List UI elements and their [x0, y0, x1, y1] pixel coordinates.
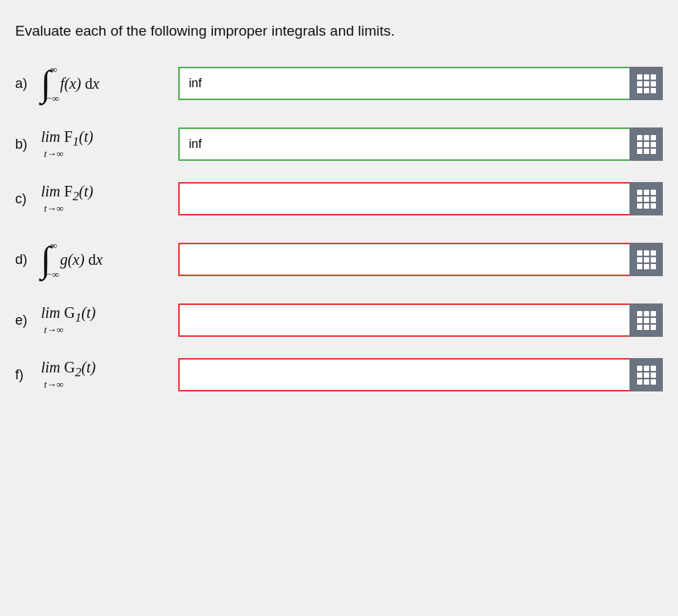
expr-f: lim G2(t) t→∞	[38, 359, 178, 391]
problem-row-f: f) lim G2(t) t→∞	[15, 358, 663, 391]
integral-a: ∫ ∞ −∞	[41, 61, 51, 106]
grid-button-f[interactable]	[629, 358, 663, 391]
expr-d: ∫ ∞ −∞ g(x) dx	[38, 237, 178, 282]
integral-upper-a: ∞	[50, 65, 57, 74]
answer-box-e	[178, 303, 663, 337]
answer-box-b	[178, 127, 663, 161]
grid-button-c[interactable]	[629, 182, 663, 215]
integral-sign-d: ∫ ∞ −∞	[41, 243, 51, 275]
page-title: Evaluate each of the following improper …	[15, 23, 663, 39]
lim-expr-f: lim G2(t) t→∞	[41, 359, 96, 391]
expr-b: lim F1(t) t→∞	[38, 128, 178, 160]
answer-input-b[interactable]	[178, 127, 629, 161]
lim-main-e: lim G1(t)	[41, 304, 96, 325]
lim-main-c: lim F2(t)	[41, 183, 93, 204]
lim-expr-e: lim G1(t) t→∞	[41, 304, 96, 336]
grid-icon-a	[637, 74, 656, 93]
grid-button-b[interactable]	[629, 127, 663, 161]
label-d: d)	[15, 252, 38, 268]
answer-input-a[interactable]	[178, 67, 629, 100]
integral-d: ∫ ∞ −∞	[41, 237, 51, 282]
label-c: c)	[15, 191, 38, 207]
expr-e: lim G1(t) t→∞	[38, 304, 178, 336]
answer-box-d	[178, 243, 663, 276]
problem-row-b: b) lim F1(t) t→∞	[15, 127, 663, 161]
grid-button-e[interactable]	[629, 303, 663, 337]
problem-row-c: c) lim F2(t) t→∞	[15, 182, 663, 215]
lim-main-b: lim F1(t)	[41, 128, 93, 149]
label-e: e)	[15, 313, 38, 328]
lim-sub-e: t→∞	[44, 324, 64, 336]
integral-sign-a: ∫ ∞ −∞	[41, 67, 51, 99]
answer-input-e[interactable]	[178, 303, 629, 337]
grid-icon-e	[637, 311, 656, 330]
grid-icon-c	[637, 190, 656, 209]
expr-a: ∫ ∞ −∞ f(x) dx	[38, 61, 178, 106]
integral-lower-d: −∞	[46, 270, 59, 279]
grid-icon-d	[637, 250, 656, 269]
integrand-a: f(x) dx	[60, 75, 99, 93]
answer-input-f[interactable]	[178, 358, 629, 391]
grid-icon-f	[637, 366, 656, 385]
lim-expr-c: lim F2(t) t→∞	[41, 183, 93, 215]
lim-sub-f: t→∞	[44, 379, 64, 391]
problem-row-a: a) ∫ ∞ −∞ f(x) dx	[15, 61, 663, 106]
label-a: a)	[15, 76, 38, 92]
lim-sub-b: t→∞	[44, 148, 64, 160]
lim-main-f: lim G2(t)	[41, 359, 96, 380]
label-b: b)	[15, 137, 38, 152]
integral-upper-d: ∞	[50, 241, 57, 250]
answer-input-d[interactable]	[178, 243, 629, 276]
integrand-d: g(x) dx	[60, 251, 102, 269]
grid-button-a[interactable]	[629, 67, 663, 100]
expr-c: lim F2(t) t→∞	[38, 183, 178, 215]
problem-row-d: d) ∫ ∞ −∞ g(x) dx	[15, 237, 663, 282]
answer-box-a	[178, 67, 663, 100]
answer-box-f	[178, 358, 663, 391]
problem-row-e: e) lim G1(t) t→∞	[15, 303, 663, 337]
lim-expr-b: lim F1(t) t→∞	[41, 128, 93, 160]
answer-box-c	[178, 182, 663, 215]
answer-input-c[interactable]	[178, 182, 629, 215]
lim-sub-c: t→∞	[44, 203, 64, 215]
grid-button-d[interactable]	[629, 243, 663, 276]
grid-icon-b	[637, 135, 656, 154]
integral-lower-a: −∞	[46, 94, 59, 103]
label-f: f)	[15, 367, 38, 383]
